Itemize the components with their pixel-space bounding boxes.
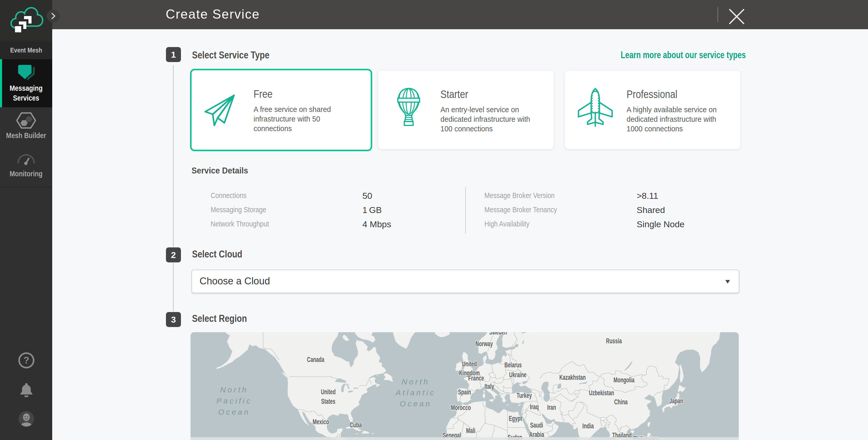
- svg-text:Turkey: Turkey: [517, 392, 532, 400]
- svg-text:North: North: [220, 385, 248, 394]
- svg-text:United: United: [321, 388, 336, 396]
- svg-text:Spain: Spain: [458, 388, 471, 396]
- svg-text:Sweden: Sweden: [489, 332, 507, 336]
- svg-text:Egypt: Egypt: [509, 415, 522, 422]
- svg-text:Cuba: Cuba: [350, 421, 362, 429]
- svg-text:North: North: [402, 377, 430, 386]
- svg-text:Mali: Mali: [466, 427, 475, 435]
- svg-text:Japan: Japan: [670, 397, 683, 405]
- svg-text:United: United: [462, 360, 477, 368]
- svg-text:States: States: [321, 398, 336, 405]
- svg-text:Italy: Italy: [485, 383, 494, 390]
- svg-text:Atlantic: Atlantic: [395, 388, 436, 397]
- svg-text:Belarus: Belarus: [504, 361, 522, 369]
- svg-text:China: China: [614, 398, 628, 406]
- svg-text:Morocco: Morocco: [451, 404, 471, 412]
- svg-text:Ukraine: Ukraine: [509, 371, 527, 379]
- svg-text:Canada: Canada: [307, 356, 325, 364]
- svg-text:Russia: Russia: [606, 337, 622, 345]
- svg-text:Norway: Norway: [476, 340, 493, 348]
- svg-text:Pacific: Pacific: [216, 397, 252, 405]
- svg-text:Ocean: Ocean: [400, 400, 431, 408]
- svg-text:Mexico: Mexico: [313, 418, 329, 426]
- svg-text:Mongolia: Mongolia: [614, 376, 635, 384]
- svg-text:Iraq: Iraq: [530, 403, 539, 411]
- svg-text:India: India: [582, 422, 594, 430]
- svg-text:?: ?: [24, 355, 29, 366]
- svg-text:Saudi: Saudi: [530, 421, 543, 429]
- svg-text:Uzbekistan: Uzbekistan: [589, 389, 614, 397]
- svg-text:France: France: [468, 374, 484, 382]
- svg-text:Iran: Iran: [547, 404, 556, 411]
- svg-text:Kazakhstan: Kazakhstan: [559, 374, 586, 381]
- svg-text:Ocean: Ocean: [218, 408, 250, 416]
